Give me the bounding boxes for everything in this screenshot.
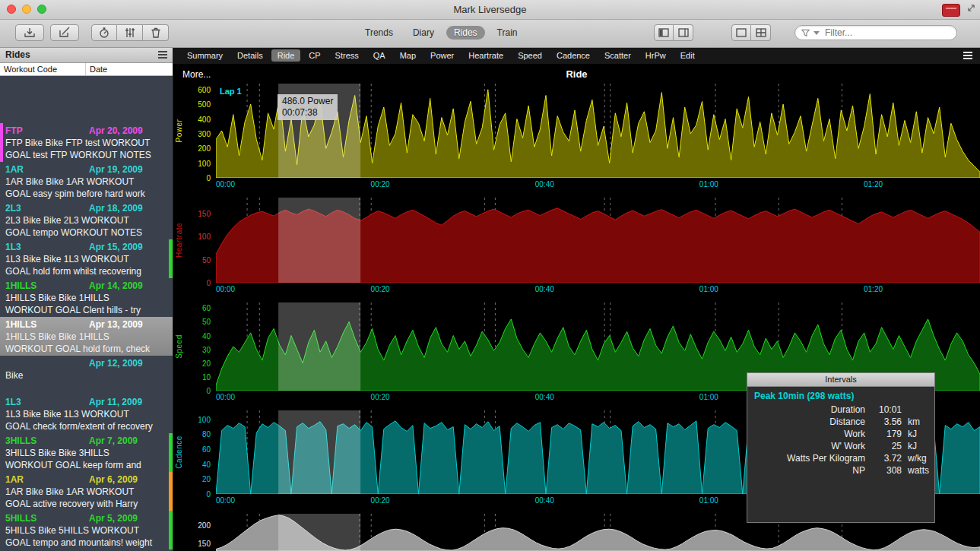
interval-stat-unit: kJ <box>908 428 929 440</box>
axis-tick-label: 00:20 <box>371 496 390 505</box>
interval-stat-unit: watts <box>908 464 929 477</box>
ride-list: FTPApr 20, 2009FTP Bike Bike FTP test WO… <box>0 123 173 551</box>
interval-heading: Peak 10min (298 watts) <box>754 391 928 401</box>
interval-stat-value: 3.56 <box>871 416 902 428</box>
tab-heartrate[interactable]: Heartrate <box>462 49 509 62</box>
interval-stat-unit: km <box>908 416 929 428</box>
intervals-popup-titlebar[interactable]: Intervals <box>747 373 934 387</box>
trash-icon <box>150 27 162 39</box>
axis-tick-label: 40 <box>202 461 211 469</box>
heartrate-plot[interactable] <box>216 198 980 283</box>
ride-description-line: GOAL hold form whilst recovering <box>5 265 170 277</box>
view-tab-train[interactable]: Train <box>490 26 525 40</box>
ride-description-line: 1L3 Bike Bike 1L3 WORKOUT <box>5 408 170 420</box>
toolbar: TrendsDiaryRidesTrain <box>0 20 980 48</box>
column-header-workout-code[interactable]: Workout Code <box>0 63 86 75</box>
tiled-pane-button[interactable] <box>751 24 771 41</box>
ride-list-item[interactable]: 1L3Apr 11, 20091L3 Bike Bike 1L3 WORKOUT… <box>0 394 173 433</box>
tab-power[interactable]: Power <box>424 49 460 62</box>
filter-field[interactable] <box>794 25 957 40</box>
column-header-date[interactable]: Date <box>86 65 173 74</box>
interval-stat-label: NP <box>754 464 865 477</box>
toggle-left-sidebar-button[interactable] <box>654 24 674 41</box>
chart-title-row: More... Ride <box>173 64 980 84</box>
red-indicator-icon[interactable] <box>942 4 960 17</box>
single-pane-button[interactable] <box>731 24 751 41</box>
ride-color-bar <box>169 239 173 278</box>
ride-list-item[interactable]: FTPApr 20, 2009FTP Bike Bike FTP test WO… <box>0 123 173 162</box>
tab-hrpw[interactable]: HrPw <box>639 49 672 62</box>
ride-workout-code: 1AR <box>5 163 89 176</box>
sliders-icon <box>124 27 136 39</box>
fullscreen-expand-icon[interactable] <box>966 3 976 13</box>
sliders-button[interactable] <box>117 24 143 41</box>
view-tab-trends[interactable]: Trends <box>357 26 401 40</box>
ride-date: Apr 12, 2009 <box>89 357 170 369</box>
interval-stat-value: 10:01 <box>871 404 902 416</box>
single-pane-icon <box>735 27 747 38</box>
tab-ride[interactable]: Ride <box>271 49 301 62</box>
ride-list-item[interactable]: 1HILLSApr 14, 20091HILLS Bike Bike 1HILL… <box>0 278 173 317</box>
ride-description-line: GOAL easy spim before hard work <box>5 188 170 200</box>
interval-stat-label: Work <box>754 428 865 440</box>
tab-map[interactable]: Map <box>394 49 422 62</box>
tab-stress[interactable]: Stress <box>329 49 365 62</box>
heartrate-chart-canvas[interactable] <box>216 198 980 283</box>
ride-description-line: GOAL active recovery with Harry <box>5 498 170 510</box>
analysis-tab-bar: SummaryDetailsRideCPStressQAMapPowerHear… <box>173 47 980 64</box>
ride-description-line: 1HILLS Bike Bike 1HILLS <box>5 292 170 304</box>
axis-tick-label: 30 <box>202 346 211 354</box>
axis-tick-label: 50 <box>202 256 211 264</box>
tab-cp[interactable]: CP <box>303 49 326 62</box>
chart-menu-icon[interactable] <box>963 52 972 59</box>
heartrate-chart[interactable]: Heartrate 050100150 00:0000:2000:4001:00… <box>173 198 980 295</box>
interval-stat-label: Distance <box>754 416 865 428</box>
pane-left-icon <box>658 27 670 38</box>
ride-list-item[interactable]: 1ARApr 19, 20091AR Bike Bike 1AR WORKOUT… <box>0 162 173 201</box>
axis-tick-label: 0 <box>206 174 211 182</box>
trash-button[interactable] <box>143 24 169 41</box>
filter-dropdown-caret[interactable] <box>813 31 820 35</box>
ride-description-line: WORKOUT GOAL hold form, check <box>5 343 170 355</box>
axis-tick-label: 0 <box>206 387 211 395</box>
tab-speed[interactable]: Speed <box>512 49 548 62</box>
tab-details[interactable]: Details <box>231 49 269 62</box>
tab-cadence[interactable]: Cadence <box>550 49 596 62</box>
power-axis-label: Power <box>173 84 184 178</box>
cadence-axis-label: Cadence <box>173 410 184 494</box>
interval-stat-value: 179 <box>871 428 902 440</box>
axis-tick-label: 01:00 <box>699 496 718 505</box>
ride-list-item[interactable]: 2L3Apr 18, 20092L3 Bike Bike 2L3 WORKOUT… <box>0 201 173 239</box>
tab-qa[interactable]: QA <box>367 49 392 62</box>
lap-label: Lap 1 <box>220 87 242 96</box>
ride-list-item[interactable]: 1HILLSApr 13, 20091HILLS Bike Bike 1HILL… <box>0 317 173 356</box>
ride-list-item[interactable]: 1L3Apr 15, 20091L3 Bike Bike 1L3 WORKOUT… <box>0 239 173 278</box>
power-plot[interactable]: Lap 1 486.0 Power 00:07:38 <box>216 84 980 178</box>
tools-button-group <box>91 24 169 41</box>
power-chart[interactable]: Power 0100200300400500600 Lap 1 486.0 Po… <box>173 84 980 190</box>
layout-toggle-group <box>731 24 771 41</box>
ride-description-line: Bike <box>5 369 170 382</box>
toggle-right-sidebar-button[interactable] <box>674 24 693 41</box>
ride-date: Apr 19, 2009 <box>89 163 170 176</box>
sidebar-menu-icon[interactable] <box>158 51 167 59</box>
import-button[interactable] <box>15 24 44 41</box>
funnel-icon <box>801 29 810 37</box>
ride-list-item[interactable]: Apr 12, 2009Bike <box>0 356 173 394</box>
ride-description-line: 3HILLS Bike Bike 3HILLS <box>5 447 170 459</box>
tab-scatter[interactable]: Scatter <box>598 49 637 62</box>
tab-summary[interactable]: Summary <box>181 49 229 62</box>
ride-list-item[interactable]: 5HILLSApr 5, 20095HILLS Bike 5HILLS WORK… <box>0 511 173 549</box>
filter-input[interactable] <box>823 27 950 39</box>
stopwatch-button[interactable] <box>91 24 117 41</box>
ride-list-item[interactable]: 3HILLSApr 7, 20093HILLS Bike Bike 3HILLS… <box>0 433 173 472</box>
speed-y-axis: 0102030405060 <box>184 302 216 391</box>
interval-stats-grid: Duration10:01Distance3.56kmWork179kJW' W… <box>754 404 928 477</box>
view-tab-diary[interactable]: Diary <box>405 26 442 40</box>
ride-workout-code: FTP <box>5 125 89 137</box>
ride-list-item[interactable]: 1ARApr 6, 20091AR Bike Bike 1AR WORKOUTG… <box>0 472 173 511</box>
axis-tick-label: 60 <box>202 445 211 454</box>
tab-edit[interactable]: Edit <box>674 49 701 62</box>
compose-button[interactable] <box>50 24 79 41</box>
view-tab-rides[interactable]: Rides <box>446 26 485 40</box>
